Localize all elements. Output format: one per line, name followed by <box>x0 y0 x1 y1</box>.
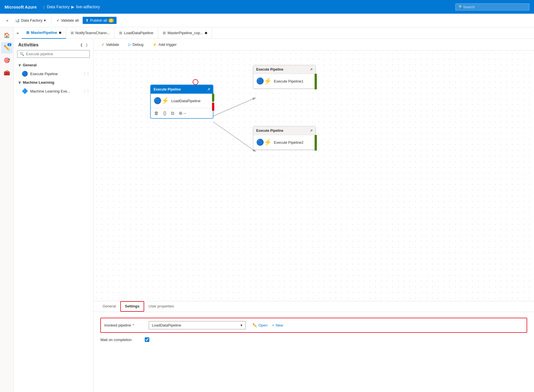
pipeline-canvas[interactable]: Execute Pipeline ↗ 🔵⚡ LoadDataPipeline 🗑… <box>93 51 534 301</box>
node-pipeline-icon-1: 🔵⚡ <box>256 77 272 85</box>
node-failure-indicator <box>212 103 214 111</box>
activities-controls: ⟪ ⟩ <box>79 42 89 48</box>
group-general-label: General <box>23 63 36 67</box>
validate-button[interactable]: ✓ Validate <box>98 41 123 48</box>
search-input[interactable] <box>463 5 526 9</box>
tab-user-props-label: User properties <box>149 304 174 308</box>
breadcrumb-live[interactable]: live-adfactory <box>76 5 100 9</box>
tab-copy-icon: ⊞ <box>163 31 166 35</box>
tab-copy-dot <box>205 32 207 34</box>
validate-label: Validate <box>106 42 119 47</box>
activity-group-ml: ∨ Machine Learning 🔷 Machine Learning Ex… <box>14 79 93 96</box>
debug-icon: ▷ <box>128 42 131 47</box>
node-body-main: 🔵⚡ LoadDataPipeline <box>151 94 213 108</box>
bottom-content: Invoked pipeline * LoadDataPipeline ▾ ✏️ <box>93 312 534 352</box>
content-area: » ⊞ MasterPipeline ⊞ NotifyTeamsChann...… <box>14 27 534 392</box>
external-link-icon-1[interactable]: ↗ <box>310 67 313 71</box>
collapse-all-button[interactable]: ⟪ <box>79 42 84 48</box>
tab-master-pipeline-dot <box>59 32 61 34</box>
home-button[interactable]: 🏠 <box>1 30 13 41</box>
right-pipeline-node-2[interactable]: Execute Pipeline ↗ 🔵⚡ Execute Pipeline2 <box>253 126 316 150</box>
canvas-toolbar: ✓ Validate ▷ Debug ⚡ Add trigger <box>93 39 534 51</box>
bottom-panel: General Settings User properties <box>93 301 534 392</box>
node-title-right2: Execute Pipeline <box>256 129 283 133</box>
chevron-down-icon: ∨ <box>18 63 21 67</box>
canvas-area: ✓ Validate ▷ Debug ⚡ Add trigger <box>93 39 534 392</box>
activities-search-box[interactable]: 🔍 <box>17 50 90 58</box>
tab-general[interactable]: General <box>98 301 120 312</box>
search-box[interactable]: 🔍 <box>455 3 529 11</box>
monitor-button[interactable]: 🎯 <box>1 55 13 66</box>
activities-search-input[interactable] <box>26 52 87 56</box>
inner-layout: Activities ⟪ ⟩ 🔍 ∨ General <box>14 39 534 392</box>
pencil-icon: ✏️ <box>252 323 257 327</box>
copy-node-button[interactable]: ⧉ <box>170 110 175 116</box>
add-trigger-button[interactable]: ⚡ Add trigger <box>149 41 180 48</box>
invoked-pipeline-row: Invoked pipeline * LoadDataPipeline ▾ ✏️ <box>100 318 527 333</box>
tab-settings-label: Settings <box>125 304 139 308</box>
node-pipeline-icon-2: 🔵⚡ <box>256 139 272 146</box>
node-header-main: Execute Pipeline ↗ <box>151 85 213 94</box>
breadcrumb-arrow: ▶ <box>71 5 74 9</box>
expand-panel-button[interactable]: » <box>14 31 22 35</box>
wait-completion-checkbox-wrap[interactable] <box>145 337 149 342</box>
main-pipeline-node[interactable]: Execute Pipeline ↗ 🔵⚡ LoadDataPipeline 🗑… <box>150 85 213 118</box>
toolbar-separator <box>51 17 51 24</box>
tab-load-icon: ⊞ <box>119 31 122 35</box>
tabs-row: » ⊞ MasterPipeline ⊞ NotifyTeamsChann...… <box>14 27 534 39</box>
tab-settings[interactable]: Settings <box>120 301 144 312</box>
node-body-right1: 🔵⚡ Execute Pipeline1 <box>253 74 315 88</box>
activity-execute-pipeline[interactable]: 🔵 Execute Pipeline ⋮⋮ <box>14 69 93 79</box>
tab-notify[interactable]: ⊞ NotifyTeamsChann... <box>66 27 115 39</box>
node-body-right2: 🔵⚡ Execute Pipeline2 <box>253 135 315 149</box>
tab-load-data[interactable]: ⊞ LoadDataPipeline <box>115 27 158 39</box>
trigger-icon: ⚡ <box>152 42 157 47</box>
node-header-right1: Execute Pipeline ↗ <box>253 65 315 74</box>
main-layout: 🏠 ✏️ 2 🎯 🧰 » ⊞ MasterPipeline ⊞ NotifyTe… <box>0 27 534 392</box>
node-success-indicator-2 <box>315 135 317 151</box>
ml-icon: 🔷 <box>22 88 28 94</box>
node-label-main: LoadDataPipeline <box>171 99 201 103</box>
debug-button[interactable]: ▷ Debug <box>125 41 147 48</box>
expand-all-button[interactable]: ⟩ <box>85 42 89 48</box>
edit-button[interactable]: ✏️ 2 <box>1 42 13 54</box>
tab-notify-label: NotifyTeamsChann... <box>76 31 110 35</box>
tab-master-pipeline[interactable]: ⊞ MasterPipeline <box>22 27 66 39</box>
open-pipeline-button[interactable]: ✏️ Open <box>252 323 268 327</box>
manage-button[interactable]: 🧰 <box>1 67 13 79</box>
delete-node-button[interactable]: 🗑 <box>154 110 159 116</box>
wait-completion-label: Wait on completion <box>100 338 140 342</box>
tab-master-copy[interactable]: ⊞ MasterPipeline_cop... <box>158 27 212 39</box>
publish-all-button[interactable]: ⬆ Publish all 2 <box>83 17 116 24</box>
breadcrumb-data-factory[interactable]: Data Factory <box>47 5 70 9</box>
svg-line-0 <box>213 98 256 116</box>
tab-notify-icon: ⊞ <box>71 31 74 35</box>
node-pipeline-icon: 🔵⚡ <box>154 97 169 104</box>
wait-completion-checkbox[interactable] <box>145 337 149 342</box>
wait-completion-row: Wait on completion <box>100 337 527 342</box>
required-mark: * <box>133 323 134 327</box>
activity-ml-execute[interactable]: 🔷 Machine Learning Exe... ⋮⋮ <box>14 86 93 96</box>
collapse-sidebar-button[interactable]: » <box>3 17 11 24</box>
data-factory-button[interactable]: 📊 Data Factory ▾ <box>12 17 48 24</box>
node-label-right1: Execute Pipeline1 <box>274 79 303 83</box>
publish-badge: 2 <box>109 19 114 22</box>
ml-execute-label: Machine Learning Exe... <box>30 89 70 93</box>
search-icon: 🔍 <box>458 5 463 9</box>
group-general-header[interactable]: ∨ General <box>14 61 93 69</box>
tab-user-props[interactable]: User properties <box>144 301 179 312</box>
right-pipeline-node-1[interactable]: Execute Pipeline ↗ 🔵⚡ Execute Pipeline1 <box>253 65 316 89</box>
connect-node-button[interactable]: ⊕→ <box>178 110 187 116</box>
code-node-button[interactable]: {} <box>163 110 167 116</box>
edit-badge: 2 <box>7 43 11 46</box>
new-pipeline-button[interactable]: + New <box>272 323 283 327</box>
invoked-pipeline-select[interactable]: LoadDataPipeline ▾ <box>149 321 246 329</box>
validate-all-button[interactable]: ✓ Validate all <box>54 17 82 24</box>
add-trigger-label: Add trigger <box>158 42 177 47</box>
main-toolbar: » 📊 Data Factory ▾ ✓ Validate all ⬆ Publ… <box>0 14 534 27</box>
search-icon: 🔍 <box>20 52 24 56</box>
external-link-icon-2[interactable]: ↗ <box>310 129 313 133</box>
group-ml-header[interactable]: ∨ Machine Learning <box>14 79 93 86</box>
group-ml-label: Machine Learning <box>23 80 54 85</box>
external-link-icon[interactable]: ↗ <box>207 87 210 91</box>
